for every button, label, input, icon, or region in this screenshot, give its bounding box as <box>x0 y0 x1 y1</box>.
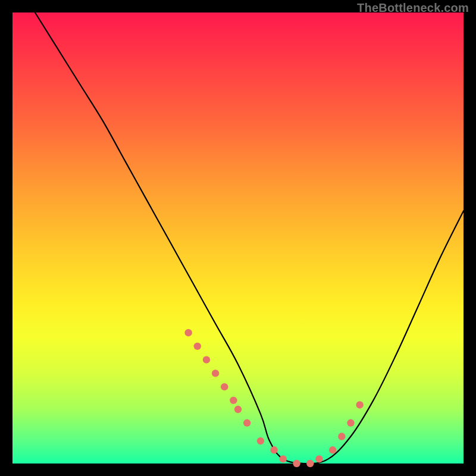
highlight-dot <box>184 329 192 336</box>
chart-frame: TheBottleneck.com <box>0 0 476 476</box>
highlight-dot <box>280 455 287 462</box>
highlight-dot <box>306 460 314 467</box>
highlight-dot <box>194 343 201 350</box>
highlight-dot <box>293 460 300 467</box>
highlight-dot <box>221 383 228 390</box>
bottleneck-curve-path <box>35 12 464 464</box>
highlight-dot <box>212 369 219 377</box>
highlight-dot <box>315 455 322 462</box>
highlight-dot <box>243 419 250 427</box>
highlight-dot <box>230 397 237 404</box>
highlight-dot <box>347 419 354 427</box>
highlight-dot <box>329 446 336 453</box>
curve-layer <box>12 12 464 464</box>
highlight-dot <box>338 433 345 440</box>
highlight-dots <box>184 329 363 467</box>
highlight-dot <box>203 356 210 363</box>
highlight-dot <box>270 446 277 453</box>
highlight-dot <box>257 437 264 444</box>
bottleneck-curve <box>35 12 464 464</box>
plot-area <box>12 12 464 464</box>
highlight-dot <box>234 406 242 413</box>
highlight-dot <box>356 401 363 408</box>
